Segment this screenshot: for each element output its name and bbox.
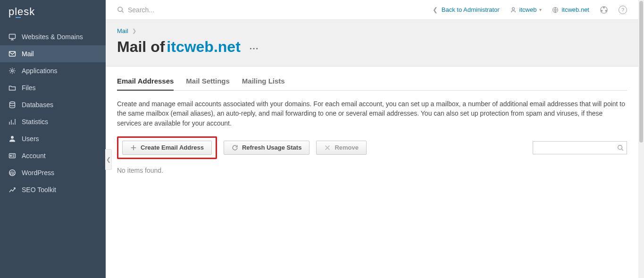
tab-mail-settings[interactable]: Mail Settings [186, 77, 230, 90]
vertical-scrollbar[interactable] [638, 0, 644, 278]
tab-label: Email Addresses [117, 77, 174, 85]
breadcrumb: Mail ❯ [117, 27, 627, 34]
sidebar-item-users[interactable]: Users [0, 130, 106, 147]
page-title: Mail of itcweb.net ⋯ [117, 38, 627, 56]
refresh-icon [232, 144, 238, 151]
button-label: Remove [335, 144, 359, 151]
sidebar-item-databases[interactable]: Databases [0, 96, 106, 113]
sidebar-nav: Websites & Domains Mail Applications Fil… [0, 24, 106, 198]
search-icon [117, 6, 124, 13]
more-actions-icon[interactable]: ⋯ [249, 43, 259, 53]
sidebar-item-label: Databases [22, 101, 53, 109]
card-icon [8, 152, 16, 160]
content: ❮ Email Addresses Mail Settings Mailing … [106, 67, 638, 174]
svg-point-4 [11, 136, 14, 139]
empty-state-text: No items found. [117, 167, 627, 174]
help-icon[interactable]: ? [619, 6, 627, 14]
highlight-box: Create Email Address [117, 136, 217, 159]
tab-label: Mailing Lists [242, 77, 285, 85]
back-to-admin-link[interactable]: ❮ Back to Administrator [433, 6, 500, 13]
user-menu[interactable]: itcweb ▾ [510, 6, 542, 13]
sidebar-item-websites-domains[interactable]: Websites & Domains [0, 28, 106, 45]
site-name-label: itcweb.net [561, 6, 589, 13]
plus-icon [130, 144, 137, 151]
remove-icon [324, 144, 331, 151]
list-search[interactable] [533, 141, 627, 154]
sidebar-item-statistics[interactable]: Statistics [0, 113, 106, 130]
svg-point-13 [605, 10, 607, 11]
chevron-right-icon: ❯ [132, 28, 136, 34]
breadcrumb-root[interactable]: Mail [117, 27, 128, 34]
svg-point-8 [118, 7, 122, 11]
database-icon [8, 101, 16, 109]
site-link[interactable]: itcweb.net [552, 6, 589, 13]
refresh-usage-stats-button[interactable]: Refresh Usage Stats [224, 141, 309, 155]
user-name-label: itcweb [519, 6, 537, 13]
sidebar-item-label: SEO Toolkit [22, 186, 56, 194]
svg-point-12 [603, 7, 605, 8]
sidebar-item-label: WordPress [22, 169, 54, 177]
sidebar-collapse-handle[interactable]: ❮ [105, 149, 112, 170]
svg-point-3 [10, 102, 15, 104]
sidebar-item-label: Mail [22, 50, 34, 58]
extensions-icon[interactable] [600, 6, 608, 14]
svg-point-6 [10, 155, 12, 157]
brand-logo[interactable]: plesk [0, 0, 106, 24]
bar-chart-icon [8, 118, 16, 126]
wordpress-icon [8, 169, 16, 177]
sidebar-item-label: Websites & Domains [22, 33, 83, 41]
sidebar-item-label: Users [22, 135, 39, 143]
chevron-left-icon: ❮ [433, 6, 438, 13]
page-header: Mail ❯ Mail of itcweb.net ⋯ [106, 20, 638, 67]
tab-mailing-lists[interactable]: Mailing Lists [242, 77, 285, 90]
tab-label: Mail Settings [186, 77, 230, 85]
toolbar-right [533, 141, 627, 154]
svg-point-2 [11, 70, 13, 72]
brand-underline [16, 17, 21, 18]
toolbar: Create Email Address Refresh Usage Stats… [117, 136, 627, 159]
sidebar-item-label: Files [22, 84, 36, 92]
tabs: Email Addresses Mail Settings Mailing Li… [117, 77, 627, 91]
button-label: Refresh Usage Stats [242, 144, 301, 151]
tab-email-addresses[interactable]: Email Addresses [117, 77, 174, 91]
sidebar-item-label: Account [22, 152, 46, 160]
sidebar: plesk Websites & Domains Mail Applicatio… [0, 0, 106, 278]
sidebar-item-mail[interactable]: Mail [0, 45, 106, 62]
svg-rect-0 [9, 34, 16, 39]
sidebar-item-files[interactable]: Files [0, 79, 106, 96]
page-area: Mail ❯ Mail of itcweb.net ⋯ ❮ Email Addr… [106, 20, 638, 278]
global-search[interactable] [117, 6, 433, 14]
svg-point-14 [601, 10, 602, 11]
description-text: Create and manage email accounts associa… [117, 99, 627, 128]
gear-icon [8, 67, 16, 75]
globe-icon [552, 7, 559, 13]
sidebar-item-wordpress[interactable]: WordPress [0, 164, 106, 181]
monitor-icon [8, 33, 16, 41]
topbar-links: ❮ Back to Administrator itcweb ▾ itcweb.… [433, 6, 627, 14]
folder-icon [8, 84, 16, 92]
button-label: Create Email Address [141, 144, 204, 151]
page-title-domain: itcweb.net [167, 38, 240, 56]
svg-point-15 [618, 145, 622, 150]
brand-text: plesk [8, 6, 35, 18]
global-search-input[interactable] [128, 6, 269, 14]
remove-button[interactable]: Remove [316, 141, 367, 155]
sidebar-item-seo-toolkit[interactable]: SEO Toolkit [0, 181, 106, 198]
create-email-address-button[interactable]: Create Email Address [122, 141, 212, 155]
svg-point-9 [512, 7, 514, 9]
list-search-input[interactable] [536, 144, 617, 151]
sidebar-item-account[interactable]: Account [0, 147, 106, 164]
page-title-prefix: Mail of [117, 38, 165, 56]
topbar: ❮ Back to Administrator itcweb ▾ itcweb.… [106, 0, 638, 20]
sidebar-item-label: Applications [22, 67, 58, 75]
svg-rect-1 [9, 51, 16, 56]
chevron-down-icon: ▾ [539, 7, 542, 12]
sidebar-item-applications[interactable]: Applications [0, 62, 106, 79]
trend-icon [8, 186, 16, 194]
sidebar-item-label: Statistics [22, 118, 48, 126]
envelope-icon [8, 50, 16, 58]
person-icon [510, 7, 517, 13]
search-icon [617, 144, 624, 151]
user-icon [8, 135, 16, 143]
scrollbar-thumb[interactable] [639, 1, 643, 143]
